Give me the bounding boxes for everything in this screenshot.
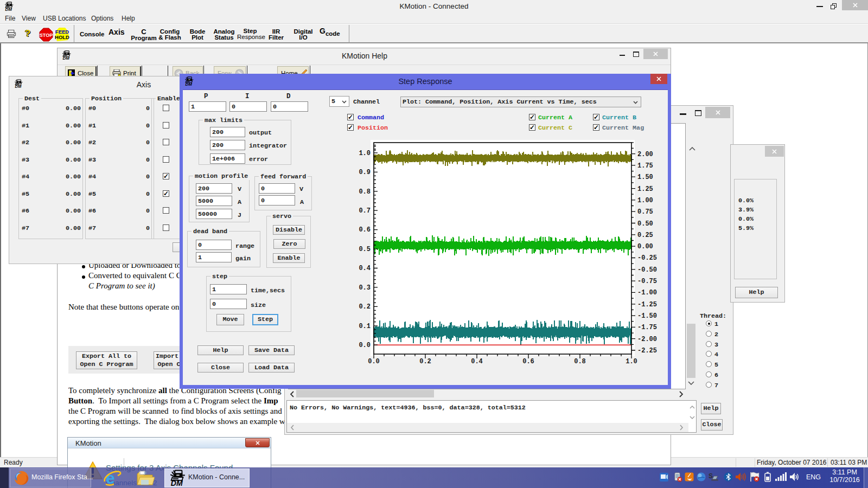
- svg-text:0.3: 0.3: [359, 284, 371, 292]
- svg-text:0.4: 0.4: [359, 265, 371, 272]
- svg-text:2.00: 2.00: [637, 151, 653, 158]
- svg-text:DM: DM: [171, 479, 183, 486]
- svg-text:0.8: 0.8: [574, 358, 586, 365]
- svg-text:0.25: 0.25: [637, 232, 653, 239]
- svg-text:1.0: 1.0: [626, 358, 637, 365]
- svg-text:0.6: 0.6: [522, 358, 534, 365]
- svg-text:0.9: 0.9: [359, 169, 371, 176]
- svg-text:0.00: 0.00: [637, 243, 653, 251]
- svg-text:S: S: [709, 472, 713, 480]
- svg-text:0.6: 0.6: [359, 226, 371, 234]
- svg-text:1.25: 1.25: [637, 185, 653, 193]
- svg-text:0.4: 0.4: [471, 358, 483, 365]
- svg-text:0.75: 0.75: [637, 208, 653, 216]
- svg-text:0.0: 0.0: [359, 342, 371, 349]
- svg-text:1.50: 1.50: [637, 174, 653, 181]
- svg-text:-1.25: -1.25: [637, 301, 657, 309]
- svg-text:0.8: 0.8: [359, 188, 371, 196]
- svg-text:-2.00: -2.00: [637, 336, 657, 343]
- svg-text:0.7: 0.7: [359, 207, 371, 215]
- svg-text:0.2: 0.2: [359, 303, 371, 311]
- svg-text:1.00: 1.00: [637, 197, 653, 204]
- svg-text:-1.00: -1.00: [637, 289, 657, 297]
- svg-text:-1.75: -1.75: [637, 324, 657, 331]
- svg-text:0.2: 0.2: [419, 358, 431, 365]
- svg-text:-0.25: -0.25: [637, 254, 657, 262]
- svg-text:-0.50: -0.50: [637, 266, 657, 274]
- svg-text:1.75: 1.75: [637, 162, 653, 170]
- svg-text:0.5: 0.5: [359, 246, 371, 253]
- svg-text:-2.25: -2.25: [637, 347, 657, 355]
- svg-text:0.50: 0.50: [637, 220, 653, 228]
- svg-text:0.0: 0.0: [368, 358, 380, 365]
- svg-text:-1.50: -1.50: [637, 312, 657, 320]
- svg-text:1.0: 1.0: [359, 150, 371, 157]
- svg-text:0.1: 0.1: [359, 323, 371, 330]
- svg-text:-0.75: -0.75: [637, 278, 657, 285]
